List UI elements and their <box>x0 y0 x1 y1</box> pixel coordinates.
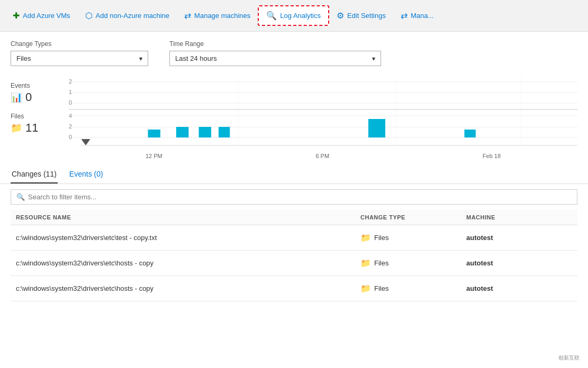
tabs-bar: Changes (11) Events (0) <box>0 161 588 184</box>
col-change-type: CHANGE TYPE <box>360 214 466 220</box>
add-azure-vms-button[interactable]: ✚ Add Azure VMs <box>5 6 78 25</box>
resource-name-3: c:\windows\system32\drivers\etc\hosts - … <box>16 284 360 292</box>
toolbar: ✚ Add Azure VMs ⬡ Add non-Azure machine … <box>0 0 588 32</box>
search-input[interactable] <box>28 193 572 201</box>
machine-1: autotest <box>466 234 572 242</box>
machine-2: autotest <box>466 259 572 267</box>
svg-text:1: 1 <box>69 89 72 95</box>
chart-legend: Events 📊 0 Files 📁 11 <box>11 77 58 161</box>
plus-icon: ✚ <box>13 11 20 21</box>
resource-name-2: c:\windows\system32\drivers\etc\hosts - … <box>16 259 360 267</box>
chart-section: Events 📊 0 Files 📁 11 <box>0 71 588 161</box>
change-type-3: 📁 Files <box>360 283 466 293</box>
chevron-down-icon: ▾ <box>139 55 142 62</box>
table-row[interactable]: c:\windows\system32\drivers\etc\hosts - … <box>11 251 577 276</box>
machine-3: autotest <box>466 284 572 292</box>
svg-rect-19 <box>464 130 475 137</box>
table-row[interactable]: c:\windows\system32\drivers\etc\test - c… <box>11 225 577 251</box>
events-label: Events <box>11 82 58 89</box>
manage-icon: ⇄ <box>401 11 408 21</box>
change-type-1: 📁 Files <box>360 233 466 243</box>
time-range-select[interactable]: Last 24 hours ▾ <box>169 51 381 66</box>
files-legend: Files 📁 11 <box>11 113 58 135</box>
resource-name-1: c:\windows\system32\drivers\etc\test - c… <box>16 234 360 242</box>
add-non-azure-button[interactable]: ⬡ Add non-Azure machine <box>78 6 177 25</box>
events-value: 0 <box>25 90 32 104</box>
chart-grid: 2 1 0 4 2 0 <box>69 77 577 151</box>
svg-rect-14 <box>148 130 160 137</box>
folder-icon-1: 📁 <box>360 233 371 243</box>
search-icon: 🔍 <box>266 11 277 21</box>
table-header: RESOURCE NAME CHANGE TYPE MACHINE <box>11 210 577 225</box>
folder-icon-2: 📁 <box>360 258 371 268</box>
search-icon-input: 🔍 <box>16 193 25 201</box>
x-label-12pm: 12 PM <box>146 153 162 159</box>
add-azure-vms-label: Add Azure VMs <box>23 12 70 20</box>
chart-x-labels: 12 PM 6 PM Feb 18 <box>69 151 577 159</box>
manage-label: Mana... <box>411 12 433 20</box>
x-label-6pm: 6 PM <box>315 153 329 159</box>
chevron-down-icon-2: ▾ <box>372 55 375 62</box>
chart-area: 2 1 0 4 2 0 <box>69 77 577 161</box>
edit-settings-label: Edit Settings <box>347 12 386 20</box>
change-type-2: 📁 Files <box>360 258 466 268</box>
svg-rect-17 <box>219 127 230 137</box>
change-types-filter: Change Types Files ▾ <box>11 40 148 66</box>
log-analytics-button[interactable]: 🔍 Log Analytics <box>258 5 329 26</box>
svg-text:0: 0 <box>69 134 72 140</box>
time-range-label: Time Range <box>169 40 381 48</box>
col-machine: MACHINE <box>466 214 572 220</box>
bar-chart-icon: 📊 <box>11 91 22 103</box>
files-value: 11 <box>25 121 38 135</box>
svg-rect-18 <box>368 119 385 137</box>
search-bar[interactable]: 🔍 <box>11 189 577 205</box>
svg-text:4: 4 <box>69 113 72 119</box>
upload-icon: ⬡ <box>85 11 93 21</box>
svg-text:2: 2 <box>69 124 72 130</box>
time-range-value: Last 24 hours <box>175 54 217 62</box>
edit-settings-button[interactable]: ⚙ Edit Settings <box>329 6 393 25</box>
svg-marker-13 <box>81 139 90 145</box>
filter-bar: Change Types Files ▾ Time Range Last 24 … <box>0 32 588 71</box>
svg-text:2: 2 <box>69 79 72 85</box>
folder-icon-3: 📁 <box>360 283 371 293</box>
files-label: Files <box>11 113 58 120</box>
tab-events[interactable]: Events (0) <box>68 165 104 183</box>
chart-svg: 2 1 0 4 2 0 <box>69 77 577 151</box>
svg-rect-15 <box>176 127 188 137</box>
svg-text:0: 0 <box>69 100 72 106</box>
manage-machines-label: Manage machines <box>194 12 250 20</box>
events-legend: Events 📊 0 <box>11 82 58 104</box>
svg-rect-16 <box>199 127 211 137</box>
col-resource-name: RESOURCE NAME <box>16 214 360 220</box>
time-range-filter: Time Range Last 24 hours ▾ <box>169 40 381 66</box>
tab-changes[interactable]: Changes (11) <box>11 165 58 183</box>
manage-machines-icon: ⇄ <box>184 11 191 21</box>
log-analytics-label: Log Analytics <box>280 12 321 20</box>
change-types-select[interactable]: Files ▾ <box>11 51 148 66</box>
table-row[interactable]: c:\windows\system32\drivers\etc\hosts - … <box>11 276 577 301</box>
folder-legend-icon: 📁 <box>11 122 22 134</box>
change-types-label: Change Types <box>11 40 148 48</box>
manage-button[interactable]: ⇄ Mana... <box>393 6 441 25</box>
add-non-azure-label: Add non-Azure machine <box>96 12 169 20</box>
gear-icon: ⚙ <box>337 11 344 21</box>
table-wrap: RESOURCE NAME CHANGE TYPE MACHINE c:\win… <box>11 210 577 301</box>
x-label-feb18: Feb 18 <box>483 153 501 159</box>
manage-machines-button[interactable]: ⇄ Manage machines <box>177 6 258 25</box>
change-types-value: Files <box>16 54 31 62</box>
